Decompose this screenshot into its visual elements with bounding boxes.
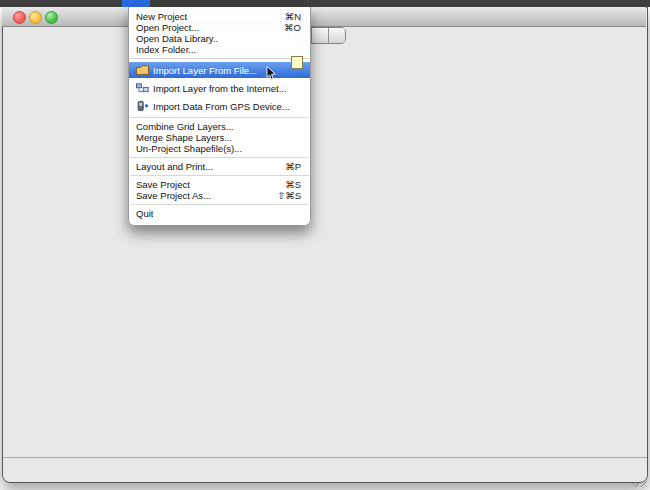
close-window-button[interactable] [13,11,26,24]
os-menubar-strip [0,0,650,7]
menu-separator [130,117,309,118]
menu-item-shortcut: ⌘N [279,11,301,22]
menu-item-label: Index Folder... [136,44,196,55]
menu-item-un-project-shapefile-s[interactable]: Un-Project Shapefile(s)... [129,143,310,154]
file-menu: New Project⌘NOpen Project...⌘OOpen Data … [128,7,311,226]
menu-separator [130,58,309,59]
menu-separator [130,157,309,158]
menu-item-label: Un-Project Shapefile(s)... [136,143,242,154]
menu-item-save-project[interactable]: Save Project⌘S [129,179,310,190]
mouse-cursor [266,66,277,85]
file-menu-highlight[interactable] [122,0,150,7]
menu-item-label: Merge Shape Layers... [136,132,232,143]
menu-item-open-project[interactable]: Open Project...⌘O [129,22,310,33]
title-bar[interactable] [2,7,646,27]
screenshot-stage: × Σ ★ × L L [0,0,650,490]
menu-item-combine-grid-layers[interactable]: Combine Grid Layers... [129,121,310,132]
minimize-window-button[interactable] [29,11,42,24]
menu-item-quit[interactable]: Quit [129,208,310,219]
menu-separator [130,204,309,205]
menu-item-shortcut: ⌘O [278,22,301,33]
tab-analyze[interactable] [312,28,329,43]
menu-item-label: Layout and Print... [136,161,213,172]
menu-item-label: Open Data Library.. [136,33,218,44]
menu-item-label: Import Layer From File... [153,65,257,76]
menu-item-shortcut: ⌘S [279,179,301,190]
menu-item-label: New Project [136,11,187,22]
tab-edit[interactable] [329,28,345,43]
internet-import-icon [136,83,150,93]
tooltip [291,56,303,69]
gps-import-icon [136,101,150,111]
menu-item-label: Save Project [136,179,190,190]
menu-item-shortcut: ⌘P [279,161,301,172]
menu-item-merge-shape-layers[interactable]: Merge Shape Layers... [129,132,310,143]
app-window [2,7,648,483]
menu-item-label: Open Project... [136,22,199,33]
menu-item-import-layer-from-the-internet[interactable]: Import Layer from the Internet... [129,80,310,96]
menu-item-import-data-from-gps-device[interactable]: Import Data From GPS Device... [129,98,310,114]
menu-item-layout-and-print[interactable]: Layout and Print...⌘P [129,161,310,172]
menu-item-label: Import Data From GPS Device... [153,101,290,112]
menu-item-save-project-as[interactable]: Save Project As...⇧⌘S [129,190,310,201]
menu-item-shortcut: ⇧⌘S [271,190,301,201]
menu-item-index-folder[interactable]: Index Folder... [129,44,310,55]
menu-separator [130,175,309,176]
menu-item-open-data-library[interactable]: Open Data Library.. [129,33,310,44]
status-bar [3,457,647,481]
zoom-window-button[interactable] [45,11,58,24]
menu-item-label: Combine Grid Layers... [136,121,234,132]
menu-item-import-layer-from-file[interactable]: Import Layer From File... [129,62,310,78]
folder-import-icon [136,65,150,75]
menu-item-label: Save Project As... [136,190,211,201]
menu-item-new-project[interactable]: New Project⌘N [129,11,310,22]
menu-item-label: Quit [136,208,153,219]
